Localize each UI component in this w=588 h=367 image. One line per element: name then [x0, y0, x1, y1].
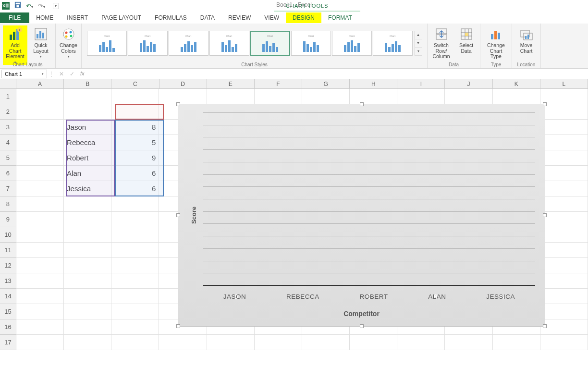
chart-style-3[interactable]: Chart	[169, 31, 208, 56]
cell-G17[interactable]	[302, 335, 350, 350]
tab-data[interactable]: DATA	[194, 12, 221, 23]
cell-C12[interactable]	[111, 258, 159, 273]
change-chart-type-button[interactable]: Change Chart Type	[483, 25, 509, 61]
col-header-B[interactable]: B	[64, 79, 111, 89]
cell-L15[interactable]	[540, 304, 588, 319]
cell-F17[interactable]	[255, 335, 302, 350]
cell-B15[interactable]	[64, 304, 111, 319]
cell-A2[interactable]	[16, 104, 64, 120]
row-header-9[interactable]: 9	[0, 212, 16, 227]
cell-B16[interactable]	[64, 319, 111, 335]
row-header-11[interactable]: 11	[0, 243, 16, 258]
select-data-button[interactable]: Select Data	[455, 25, 478, 55]
cell-B13[interactable]	[64, 273, 111, 289]
cell-G1[interactable]	[302, 89, 350, 104]
cell-C3[interactable]: 8	[111, 120, 159, 135]
cell-A10[interactable]	[16, 227, 64, 243]
row-header-3[interactable]: 3	[0, 120, 16, 135]
cell-L17[interactable]	[540, 335, 588, 350]
chart-style-8[interactable]: Chart	[373, 31, 413, 56]
cancel-icon[interactable]: ✕	[59, 71, 64, 77]
add-chart-element-button[interactable]: + Add Chart Element ▾	[3, 25, 27, 65]
chart-style-5[interactable]: Chart	[250, 31, 290, 56]
row-header-12[interactable]: 12	[0, 258, 16, 273]
cell-B17[interactable]	[64, 335, 111, 350]
cell-L3[interactable]	[540, 120, 588, 135]
cell-A9[interactable]	[16, 212, 64, 227]
cell-L12[interactable]	[540, 258, 588, 273]
row-header-7[interactable]: 7	[0, 181, 16, 196]
cell-C11[interactable]	[111, 243, 159, 258]
row-header-8[interactable]: 8	[0, 196, 16, 212]
cell-B1[interactable]	[64, 89, 111, 104]
cell-D1[interactable]	[159, 89, 207, 104]
worksheet-grid[interactable]: ABCDEFGHIJKL 123Jason84Rebecca55Robert96…	[0, 79, 588, 367]
row-header-6[interactable]: 6	[0, 166, 16, 181]
chart-style-6[interactable]: Chart	[291, 31, 331, 56]
cell-C9[interactable]	[111, 212, 159, 227]
cell-L8[interactable]	[540, 196, 588, 212]
fx-icon[interactable]: fx	[80, 71, 85, 77]
col-header-J[interactable]: J	[445, 79, 492, 89]
cell-C8[interactable]	[111, 196, 159, 212]
row-header-17[interactable]: 17	[0, 335, 16, 350]
cell-B8[interactable]	[64, 196, 111, 212]
formula-input[interactable]	[89, 69, 588, 79]
row-header-4[interactable]: 4	[0, 135, 16, 150]
cell-F1[interactable]	[255, 89, 302, 104]
styles-scroll-up[interactable]: ▲	[415, 31, 422, 39]
cell-C6[interactable]: 6	[111, 166, 159, 181]
cell-B2[interactable]	[64, 104, 111, 120]
row-header-15[interactable]: 15	[0, 304, 16, 319]
cell-A12[interactable]	[16, 258, 64, 273]
cell-C17[interactable]	[111, 335, 159, 350]
cell-A17[interactable]	[16, 335, 64, 350]
name-box[interactable]: Chart 1 ▾	[1, 70, 47, 78]
change-colors-button[interactable]: Change Colors ▾	[57, 25, 80, 60]
cell-A11[interactable]	[16, 243, 64, 258]
chart-x-axis-label[interactable]: Competitor	[343, 310, 380, 318]
cell-A13[interactable]	[16, 273, 64, 289]
cell-C16[interactable]	[111, 319, 159, 335]
cell-A3[interactable]	[16, 120, 64, 135]
row-header-13[interactable]: 13	[0, 273, 16, 289]
cell-C15[interactable]	[111, 304, 159, 319]
name-box-dropdown-icon[interactable]: ▾	[42, 72, 44, 76]
tab-page-layout[interactable]: PAGE LAYOUT	[95, 12, 148, 23]
styles-scroll-down[interactable]: ▼	[415, 39, 422, 48]
cell-A7[interactable]	[16, 181, 64, 196]
chart-plot-area[interactable]: 85966	[203, 114, 535, 286]
cell-A16[interactable]	[16, 319, 64, 335]
tab-view[interactable]: VIEW	[257, 12, 286, 23]
cell-C7[interactable]: 6	[111, 181, 159, 196]
quick-layout-button[interactable]: Quick Layout ▾	[29, 25, 52, 60]
cell-C13[interactable]	[111, 273, 159, 289]
tab-review[interactable]: REVIEW	[221, 12, 257, 23]
chart-category-label[interactable]: REBECCA	[286, 293, 319, 300]
row-header-2[interactable]: 2	[0, 104, 16, 120]
row-header-14[interactable]: 14	[0, 289, 16, 304]
cell-A6[interactable]	[16, 166, 64, 181]
tab-formulas[interactable]: FORMULAS	[148, 12, 194, 23]
cell-L5[interactable]	[540, 150, 588, 166]
cell-L10[interactable]	[540, 227, 588, 243]
cell-L11[interactable]	[540, 243, 588, 258]
cell-J1[interactable]	[445, 89, 492, 104]
cell-B5[interactable]: Robert	[64, 150, 111, 166]
cell-A15[interactable]	[16, 304, 64, 319]
cell-K1[interactable]	[493, 89, 540, 104]
cell-B14[interactable]	[64, 289, 111, 304]
undo-icon[interactable]: ↶▾	[26, 2, 33, 10]
col-header-E[interactable]: E	[207, 79, 255, 89]
cell-C5[interactable]: 9	[111, 150, 159, 166]
cell-B10[interactable]	[64, 227, 111, 243]
cell-L2[interactable]	[540, 104, 588, 120]
cell-C1[interactable]	[111, 89, 159, 104]
row-header-16[interactable]: 16	[0, 319, 16, 335]
cell-A4[interactable]	[16, 135, 64, 150]
switch-row-column-button[interactable]: Switch Row/ Column	[430, 25, 453, 61]
cell-L4[interactable]	[540, 135, 588, 150]
col-header-C[interactable]: C	[111, 79, 159, 89]
chart-style-4[interactable]: Chart	[209, 31, 249, 56]
redo-icon[interactable]: ↷▾	[38, 2, 45, 10]
